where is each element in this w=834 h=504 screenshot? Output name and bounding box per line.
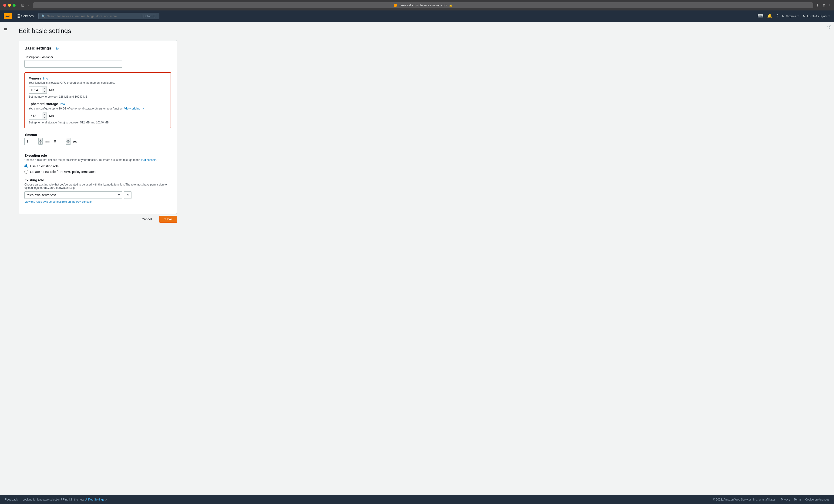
browser-actions: ⬇ ⬆ + (816, 3, 831, 7)
cloudshell-icon[interactable]: ⌨ (758, 14, 764, 19)
memory-increment[interactable]: ▲ (43, 87, 47, 90)
page-info-icon[interactable]: i (828, 25, 831, 29)
memory-input-wrapper: ▲ ▼ (29, 86, 47, 94)
memory-hint: Set memory to between 128 MB and 10240 M… (29, 95, 167, 98)
iam-role-link[interactable]: View the roles-aws-serverless role on th… (24, 200, 92, 203)
memory-desc: Your function is allocated CPU proportio… (29, 81, 167, 84)
cookie-preferences-link[interactable]: Cookie preferences (805, 498, 829, 501)
bell-icon[interactable]: 🔔 (767, 14, 772, 19)
radio-new-label: Create a new role from AWS policy templa… (30, 170, 95, 174)
terms-link[interactable]: Terms (794, 498, 802, 501)
back-button[interactable]: ‹ (27, 3, 30, 8)
minimize-button[interactable] (8, 4, 11, 7)
role-select[interactable]: roles-aws-serverless (24, 191, 122, 199)
maximize-button[interactable] (13, 4, 16, 7)
main-layout: ☰ Edit basic settings Basic settings Inf… (0, 22, 834, 495)
external-link-icon: ↗ (142, 107, 144, 110)
right-panel: i (825, 22, 834, 495)
url-text: us-east-1.console.aws.amazon.com (399, 3, 447, 7)
aws-navbar: aws Services 🔍 [Option+S] ⌨ 🔔 ? N. Virgi… (0, 10, 834, 22)
timeout-min-increment[interactable]: ▲ (38, 138, 43, 141)
region-label: N. Virginia (782, 15, 796, 18)
favicon-icon (394, 4, 397, 7)
description-field: Description - optional (24, 55, 171, 68)
radio-existing-input[interactable] (24, 164, 28, 168)
footer-links: Privacy Terms Cookie preferences (781, 498, 829, 501)
timeout-sec-decrement[interactable]: ▼ (66, 141, 70, 144)
radio-existing-label: Use an existing role (30, 164, 59, 168)
user-menu[interactable]: M. Luthfi As Syafii ▼ (803, 15, 830, 18)
timeout-sec-label: sec (72, 139, 78, 143)
ephemeral-increment[interactable]: ▲ (43, 113, 47, 116)
basic-settings-info-link[interactable]: Info (53, 47, 59, 50)
search-input[interactable] (47, 15, 140, 18)
window-mode-button[interactable]: ⊡ (20, 3, 25, 8)
ephemeral-decrement[interactable]: ▼ (43, 116, 47, 119)
close-button[interactable] (3, 4, 6, 7)
search-icon: 🔍 (41, 15, 45, 18)
description-input[interactable] (24, 60, 122, 68)
footer: Feedback Looking for language selection?… (0, 495, 834, 504)
memory-info-link[interactable]: Info (43, 77, 48, 80)
address-bar[interactable]: us-east-1.console.aws.amazon.com 🔒 (33, 2, 813, 8)
refresh-button[interactable]: ↻ (124, 191, 131, 199)
timeout-row: ▲ ▼ min ▲ ▼ sec (24, 138, 171, 145)
memory-field: Memory Info Your function is allocated C… (29, 76, 167, 98)
settings-card: Basic settings Info Description - option… (19, 40, 177, 214)
execution-role-title: Execution role (24, 154, 171, 157)
radio-new-role[interactable]: Create a new role from AWS policy templa… (24, 170, 171, 174)
section-title: Basic settings Info (24, 46, 171, 51)
radio-existing-role[interactable]: Use an existing role (24, 164, 171, 168)
existing-role-desc: Choose an existing role that you've crea… (24, 183, 171, 189)
ephemeral-title: Ephemeral storage Info (29, 102, 167, 106)
download-icon[interactable]: ⬇ (816, 3, 819, 7)
timeout-min-wrapper: ▲ ▼ (24, 138, 43, 145)
existing-role-title: Existing role (24, 178, 171, 182)
traffic-lights (3, 4, 16, 7)
timeout-sec-spinner: ▲ ▼ (66, 138, 70, 144)
timeout-sec-wrapper: ▲ ▼ (52, 138, 71, 145)
execution-role-field: Execution role Choose a role that define… (24, 154, 171, 174)
footer-copyright: © 2022, Amazon Web Services, Inc. or its… (713, 498, 776, 501)
radio-new-input[interactable] (24, 170, 28, 174)
lock-icon: 🔒 (449, 4, 452, 7)
global-search[interactable]: 🔍 [Option+S] (38, 13, 159, 19)
view-pricing-link[interactable]: View pricing ↗ (124, 107, 144, 110)
ephemeral-info-link[interactable]: Info (60, 102, 65, 106)
memory-unit: MB (49, 88, 54, 92)
help-icon[interactable]: ? (776, 14, 778, 19)
section-title-text: Basic settings (24, 46, 51, 51)
region-caret: ▼ (797, 15, 799, 18)
description-optional: - optional (41, 55, 53, 59)
form-actions: Cancel Save (19, 214, 177, 223)
nav-right: ⌨ 🔔 ? N. Virginia ▼ M. Luthfi As Syafii … (758, 14, 830, 19)
region-selector[interactable]: N. Virginia ▼ (782, 15, 799, 18)
iam-console-link[interactable]: IAM console (141, 158, 156, 162)
grid-icon (17, 15, 20, 18)
ephemeral-input-wrapper: ▲ ▼ (29, 112, 47, 119)
ephemeral-hint: Set ephemeral storage (/tmp) to between … (29, 121, 167, 124)
feedback-link[interactable]: Feedback (5, 498, 18, 501)
privacy-link[interactable]: Privacy (781, 498, 790, 501)
ephemeral-field: Ephemeral storage Info You can configure… (29, 102, 167, 124)
sidebar-toggle[interactable]: ☰ (0, 24, 11, 36)
timeout-sec-increment[interactable]: ▲ (66, 138, 70, 141)
execution-role-desc: Choose a role that defines the permissio… (24, 158, 171, 162)
memory-decrement[interactable]: ▼ (43, 90, 47, 93)
aws-logo: aws (4, 13, 12, 19)
timeout-title: Timeout (24, 133, 171, 137)
timeout-min-label: min (45, 139, 50, 143)
new-tab-icon[interactable]: + (829, 3, 831, 7)
share-icon[interactable]: ⬆ (822, 3, 826, 7)
timeout-field: Timeout ▲ ▼ min ▲ (24, 133, 171, 145)
user-caret: ▼ (828, 15, 830, 18)
save-button[interactable]: Save (159, 216, 177, 223)
browser-chrome: ⊡ ‹ us-east-1.console.aws.amazon.com 🔒 ⬇… (0, 0, 834, 10)
memory-spinner: ▲ ▼ (43, 87, 47, 93)
timeout-min-decrement[interactable]: ▼ (38, 141, 43, 144)
ephemeral-input-group: ▲ ▼ MB (29, 112, 167, 119)
search-shortcut: [Option+S] (142, 14, 156, 18)
cancel-button[interactable]: Cancel (137, 216, 157, 223)
services-menu[interactable]: Services (15, 13, 36, 19)
unified-settings-link[interactable]: Unified Settings (85, 498, 104, 501)
